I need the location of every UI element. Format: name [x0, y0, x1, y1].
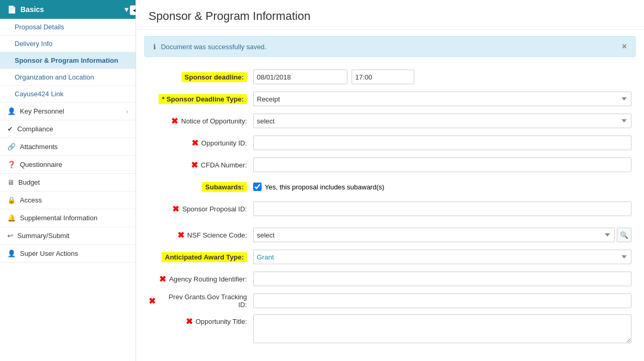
- basics-icon: 📄: [7, 5, 16, 14]
- sidebar-section-questionnaire[interactable]: ❓ Questionnaire: [0, 156, 135, 174]
- prev-grants-row: ✖ Prev Grants.Gov Tracking ID:: [149, 292, 631, 309]
- search-icon: 🔍: [620, 231, 628, 239]
- compliance-icon: ✔: [7, 125, 13, 133]
- nsf-science-code-select[interactable]: select: [253, 228, 615, 242]
- cfda-number-input[interactable]: [253, 157, 631, 172]
- sidebar-section-summary[interactable]: ↩ Summary/Submit: [0, 227, 135, 245]
- sponsor-deadline-label: Sponsor deadline:: [149, 72, 253, 82]
- opportunity-id-label: ✖ Opportunity ID:: [149, 138, 253, 148]
- anticipated-award-type-select[interactable]: Grant: [253, 250, 631, 264]
- questionnaire-icon: ❓: [7, 161, 16, 168]
- sponsor-proposal-id-input[interactable]: [253, 201, 631, 216]
- sidebar-section-basics[interactable]: 📄 Basics ▾: [0, 0, 135, 19]
- sidebar-section-attachments[interactable]: 🔗 Attachments: [0, 138, 135, 156]
- opportunity-id-input[interactable]: [253, 136, 631, 150]
- agency-routing-row: ✖ Agency Routing Identifier:: [149, 270, 631, 287]
- page-title: Sponsor & Program Information: [136, 0, 644, 30]
- sidebar-item-proposal-details[interactable]: Proposal Details: [0, 19, 135, 36]
- prev-grants-error-icon: ✖: [149, 296, 155, 306]
- sidebar-section-supplemental[interactable]: 🔔 Supplemental Information: [0, 209, 135, 227]
- basics-chevron: ▾: [125, 5, 128, 14]
- sidebar-section-compliance[interactable]: ✔ Compliance: [0, 120, 135, 138]
- cfda-error-icon: ✖: [191, 160, 198, 170]
- notice-opportunity-select[interactable]: select: [253, 114, 631, 128]
- nsf-search-button[interactable]: 🔍: [617, 228, 631, 242]
- prev-grants-label: ✖ Prev Grants.Gov Tracking ID:: [149, 293, 253, 309]
- sidebar-collapse-btn[interactable]: ◀: [130, 5, 136, 15]
- sponsor-deadline-type-row: * Sponsor Deadline Type: Receipt: [149, 91, 631, 107]
- alert-success: ℹ Document was successfully saved. ×: [144, 36, 636, 57]
- cfda-number-label: ✖ CFDA Number:: [149, 160, 253, 170]
- anticipated-award-type-row: Anticipated Award Type: Grant: [149, 249, 631, 265]
- sponsor-deadline-row: Sponsor deadline:: [149, 69, 631, 85]
- sidebar-item-delivery-info[interactable]: Delivery Info: [0, 36, 135, 52]
- opportunity-title-error-icon: ✖: [186, 317, 193, 326]
- superuser-icon: 👤: [7, 250, 16, 257]
- attachments-icon: 🔗: [7, 143, 16, 151]
- sidebar: ◀ 📄 Basics ▾ Proposal Details Delivery I…: [0, 0, 136, 361]
- opportunity-title-row: ✖ Opportunity Title:: [149, 314, 631, 343]
- subawards-checkbox-label[interactable]: Yes, this proposal includes subaward(s): [253, 183, 385, 191]
- subawards-checkbox[interactable]: [253, 183, 262, 191]
- summary-icon: ↩: [7, 232, 13, 240]
- sponsor-deadline-type-label: * Sponsor Deadline Type:: [149, 94, 253, 104]
- agency-routing-label: ✖ Agency Routing Identifier:: [149, 274, 253, 284]
- notice-opportunity-row: ✖ Notice of Opportunity: select: [149, 112, 631, 129]
- sponsor-proposal-id-row: ✖ Sponsor Proposal ID:: [149, 200, 631, 217]
- notice-opportunity-label: ✖ Notice of Opportunity:: [149, 116, 253, 126]
- agency-routing-error-icon: ✖: [159, 274, 166, 284]
- opportunity-title-textarea[interactable]: [253, 314, 631, 343]
- budget-icon: 🖥: [7, 178, 14, 186]
- agency-routing-input[interactable]: [253, 272, 631, 286]
- key-personnel-icon: 👤: [7, 107, 16, 115]
- anticipated-award-type-label: Anticipated Award Type:: [149, 252, 253, 262]
- access-icon: 🔒: [7, 196, 16, 204]
- supplemental-icon: 🔔: [7, 214, 16, 222]
- form-area: Sponsor deadline: * Sponsor Deadline Typ…: [136, 63, 644, 359]
- nsf-science-code-label: ✖ NSF Science Code:: [149, 230, 253, 240]
- sidebar-item-sponsor-program[interactable]: Sponsor & Program Information: [0, 52, 135, 69]
- sponsor-deadline-type-select[interactable]: Receipt: [253, 92, 631, 106]
- sponsor-proposal-id-error-icon: ✖: [172, 204, 179, 214]
- basics-label: Basics: [20, 5, 44, 14]
- nsf-science-code-row: ✖ NSF Science Code: select 🔍: [149, 227, 631, 243]
- opportunity-id-row: ✖ Opportunity ID:: [149, 134, 631, 151]
- sponsor-proposal-id-label: ✖ Sponsor Proposal ID:: [149, 204, 253, 214]
- info-icon: ℹ: [153, 43, 156, 51]
- alert-close-btn[interactable]: ×: [622, 42, 627, 51]
- prev-grants-input[interactable]: [253, 294, 631, 308]
- subawards-label: Subawards:: [149, 182, 253, 192]
- sidebar-section-budget[interactable]: 🖥 Budget: [0, 174, 135, 191]
- sidebar-section-key-personnel[interactable]: 👤 Key Personnel ›: [0, 103, 135, 120]
- nsf-error-icon: ✖: [177, 230, 184, 240]
- main-content: Sponsor & Program Information ℹ Document…: [136, 0, 644, 361]
- sponsor-deadline-time-input[interactable]: [352, 70, 414, 84]
- sidebar-section-superuser[interactable]: 👤 Super User Actions: [0, 245, 135, 263]
- subawards-checkbox-text: Yes, this proposal includes subaward(s): [265, 183, 385, 191]
- sidebar-item-org-location[interactable]: Organization and Location: [0, 69, 135, 86]
- opportunity-title-label: ✖ Opportunity Title:: [149, 314, 253, 326]
- alert-text: Document was successfully saved.: [161, 43, 267, 51]
- notice-opportunity-error-icon: ✖: [171, 116, 178, 126]
- sidebar-section-access[interactable]: 🔒 Access: [0, 191, 135, 209]
- subawards-row: Subawards: Yes, this proposal includes s…: [149, 178, 631, 195]
- key-personnel-chevron: ›: [126, 108, 128, 115]
- sidebar-item-cayuse424[interactable]: Cayuse424 Link: [0, 86, 135, 103]
- opportunity-id-error-icon: ✖: [191, 138, 198, 148]
- sponsor-deadline-date-input[interactable]: [253, 70, 347, 84]
- cfda-number-row: ✖ CFDA Number:: [149, 156, 631, 173]
